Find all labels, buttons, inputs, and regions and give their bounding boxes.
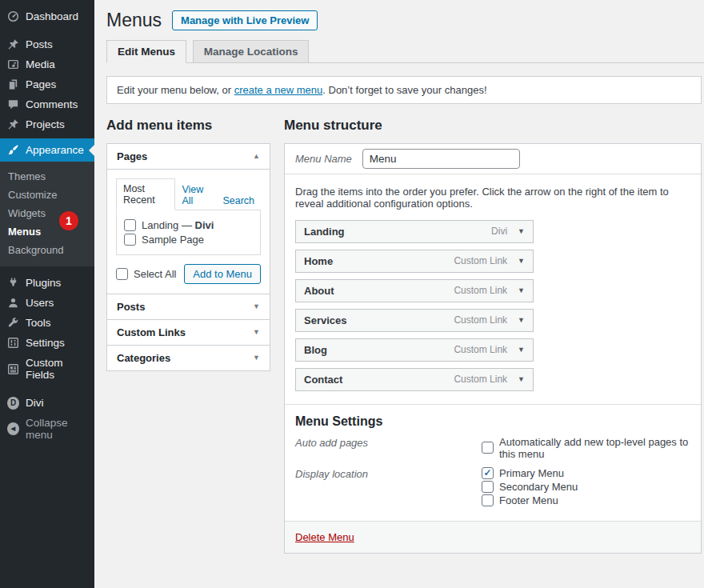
accordion-custom-links-title: Custom Links [117,326,186,338]
chevron-down-icon[interactable]: ▼ [518,257,525,265]
select-all-row: Select All [116,268,176,280]
accordion-posts-header[interactable]: Posts ▼ [107,294,270,319]
checkbox-primary-menu[interactable] [482,467,494,479]
chevron-down-icon[interactable]: ▼ [518,375,525,383]
checkbox-auto-add-pages[interactable] [482,442,494,454]
menu-item-label: About [304,285,454,297]
paintbrush-icon [7,144,19,156]
menu-item-landing[interactable]: Landing Divi ▼ [295,220,534,243]
location-footer-row: Footer Menu [482,494,578,506]
menu-item-label: Landing [304,226,491,238]
chevron-up-icon[interactable]: ▲ [253,152,260,160]
menu-item-about[interactable]: About Custom Link ▼ [295,279,534,302]
menu-item-services[interactable]: Services Custom Link ▼ [295,309,534,332]
menu-name-row: Menu Name [285,144,701,174]
chevron-down-icon[interactable]: ▼ [253,328,260,336]
sidebar-item-dashboard[interactable]: Dashboard [0,6,94,26]
wrench-icon [7,317,19,329]
chevron-down-icon[interactable]: ▼ [518,227,525,235]
add-to-menu-button[interactable]: Add to Menu [184,264,261,284]
delete-menu-link[interactable]: Delete Menu [295,531,354,543]
sidebar-item-settings[interactable]: Settings [0,333,94,353]
sidebar-item-posts[interactable]: Posts [0,34,94,54]
settings-icon [7,337,19,349]
sidebar-item-appearance[interactable]: Appearance [0,138,94,162]
screen-tabs: Edit Menus Manage Locations [106,40,704,63]
sidebar-item-label: Posts [26,38,53,50]
menu-name-input[interactable] [362,149,520,169]
sidebar-item-comments[interactable]: Comments [0,94,94,114]
sidebar-item-custom-fields[interactable]: Custom Fields [0,353,94,385]
location-secondary-row: Secondary Menu [482,481,578,493]
create-new-menu-link[interactable]: create a new menu [234,84,323,96]
collapse-icon: ◀ [7,423,19,435]
tab-manage-locations[interactable]: Manage Locations [193,40,310,63]
sidebar-item-collapse-menu[interactable]: ◀ Collapse menu [0,413,94,445]
accordion-categories-header[interactable]: Categories ▼ [107,345,270,370]
chevron-down-icon[interactable]: ▼ [518,316,525,324]
page-checkbox-row: Landing — Divi [124,219,253,231]
sidebar-item-divi[interactable]: D Divi [0,393,94,413]
location-label: Footer Menu [499,494,558,506]
checkbox-select-all[interactable] [116,268,128,280]
checkbox-sample-page[interactable] [124,234,136,246]
custom-fields-icon [7,363,19,375]
sidebar-item-users[interactable]: Users [0,293,94,313]
accordion-custom-links-header[interactable]: Custom Links ▼ [107,319,270,345]
current-page-arrow [83,145,94,156]
sidebar-item-projects[interactable]: Projects [0,114,94,134]
chevron-down-icon[interactable]: ▼ [253,354,260,362]
sidebar-item-plugins[interactable]: Plugins [0,273,94,293]
sidebar-item-tools[interactable]: Tools [0,313,94,333]
accordion-pages-title: Pages [117,150,147,162]
pages-filter-tabs: Most Recent View All Search [116,178,261,210]
collapse-arrow-glyph: ◀ [7,422,19,435]
dashboard-icon [7,10,19,22]
checkbox-footer-menu[interactable] [482,494,494,506]
menu-item-label: Contact [304,374,454,386]
checkbox-secondary-menu[interactable] [482,481,494,493]
pushpin-icon [7,38,19,50]
submenu-item-widgets[interactable]: Widgets [0,204,94,222]
page-checkbox-row: Sample Page [124,234,253,246]
menu-item-contact[interactable]: Contact Custom Link ▼ [295,368,534,391]
checkbox-landing[interactable] [124,219,136,231]
main-content: Menus Manage with Live Preview Edit Menu… [94,0,704,588]
tab-view-all[interactable]: View All [175,180,216,210]
chevron-down-icon[interactable]: ▼ [253,302,260,310]
menu-item-home[interactable]: Home Custom Link ▼ [295,250,534,273]
pages-icon [7,78,19,90]
accordion-pages-header[interactable]: Pages ▲ [107,144,270,169]
drag-hint-text: Drag the items into the order you prefer… [285,174,701,220]
chevron-down-icon[interactable]: ▼ [518,286,525,294]
accordion-categories-title: Categories [117,352,170,364]
sidebar-item-label: Plugins [26,277,61,289]
chevron-down-icon[interactable]: ▼ [518,346,525,354]
accordion-posts-title: Posts [117,301,145,313]
submenu-item-menus[interactable]: Menus [0,222,94,241]
sidebar-item-label: Media [26,58,55,70]
plugin-icon [7,277,19,289]
menu-item-type: Divi [491,226,507,237]
tab-edit-menus[interactable]: Edit Menus [106,40,186,63]
pushpin-icon [7,118,19,130]
sidebar-item-media[interactable]: Media [0,54,94,74]
menu-edit-footer: Delete Menu [285,521,701,553]
submenu-item-background[interactable]: Background [0,241,94,259]
add-menu-items-column: Add menu items Pages ▲ Most Recent View … [106,104,270,554]
settings-divider [285,404,701,405]
manage-live-preview-button[interactable]: Manage with Live Preview [172,10,318,30]
tab-most-recent[interactable]: Most Recent [116,178,175,210]
menu-item-type: Custom Link [454,344,507,355]
sidebar-item-label: Users [26,297,54,309]
appearance-submenu: Themes Customize Widgets Menus Backgroun… [0,162,94,266]
menu-structure-heading: Menu structure [284,118,702,134]
submenu-item-themes[interactable]: Themes [0,167,94,186]
sidebar-item-pages[interactable]: Pages [0,74,94,94]
divi-letter: D [7,397,19,410]
sidebar-item-label: Custom Fields [26,357,90,381]
sidebar-item-label: Settings [26,337,65,349]
tab-search[interactable]: Search [216,191,261,210]
menu-item-blog[interactable]: Blog Custom Link ▼ [295,338,534,362]
submenu-item-customize[interactable]: Customize [0,186,94,204]
